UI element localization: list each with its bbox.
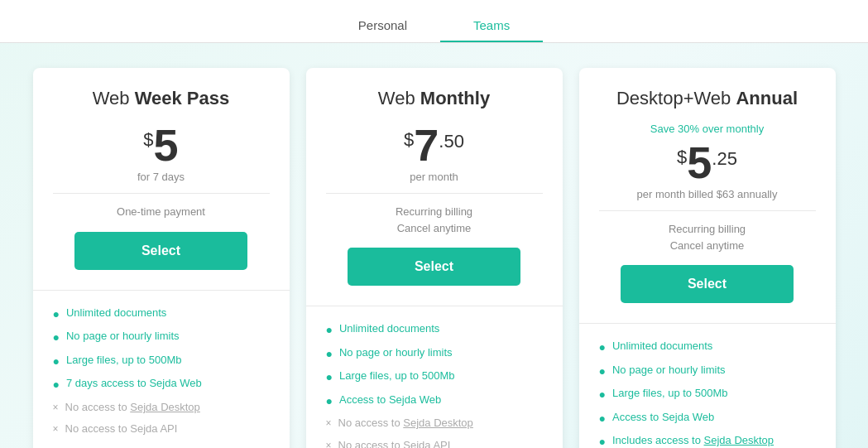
cross-icon: × <box>326 439 332 448</box>
price-decimal: .50 <box>439 131 464 152</box>
feature-text: No page or hourly limits <box>612 363 726 378</box>
check-icon: ● <box>53 354 60 370</box>
check-icon: ● <box>599 364 606 380</box>
payment-info: One-time payment <box>53 204 270 220</box>
feature-item: ●No page or hourly limits <box>53 329 270 346</box>
feature-item: ×No access to Sejda API <box>53 422 270 436</box>
card-top: Web Monthly$7.50per monthRecurring billi… <box>306 68 563 306</box>
check-icon: ● <box>326 346 333 363</box>
price-main: 7 <box>414 123 439 167</box>
feature-text: Includes access to Sejda Desktop <box>612 433 774 448</box>
feature-text: Large files, up to 500Mb <box>66 353 181 368</box>
divider <box>599 210 816 211</box>
price-dollar-sign: $ <box>143 129 153 151</box>
feature-link[interactable]: Sejda Desktop <box>130 401 200 413</box>
feature-text: No access to Sejda Desktop <box>65 400 200 415</box>
feature-item: ●7 days access to Sejda Web <box>53 376 270 393</box>
cross-icon: × <box>53 401 59 415</box>
tabs-container: Personal Teams <box>0 0 868 43</box>
price-dollar-sign: $ <box>404 129 414 151</box>
plan-card-desktop-web-annual: Desktop+Web AnnualSave 30% over monthly$… <box>579 68 836 448</box>
check-icon: ● <box>53 306 60 323</box>
feature-item: ●No page or hourly limits <box>599 363 816 380</box>
plan-card-web-week-pass: Web Week Pass$5for 7 daysOne-time paymen… <box>33 68 290 448</box>
feature-item: ●Unlimited documents <box>599 339 816 356</box>
feature-text: No page or hourly limits <box>66 329 180 344</box>
payment-info: Recurring billing Cancel anytime <box>326 204 543 236</box>
cross-icon: × <box>326 417 332 431</box>
check-icon: ● <box>326 393 333 410</box>
feature-item: ×No access to Sejda API <box>326 438 543 448</box>
feature-item: ×No access to Sejda Desktop <box>326 416 543 431</box>
check-icon: ● <box>53 377 60 393</box>
tab-teams[interactable]: Teams <box>440 10 543 42</box>
plan-title: Web Week Pass <box>53 88 270 109</box>
feature-text: No access to Sejda API <box>338 438 451 448</box>
select-button[interactable]: Select <box>348 248 521 286</box>
feature-item: ●Includes access to Sejda Desktop <box>599 433 816 448</box>
price-block: $5 <box>53 123 270 167</box>
cards-container: Web Week Pass$5for 7 daysOne-time paymen… <box>0 43 868 448</box>
plan-title: Web Monthly <box>326 88 543 109</box>
feature-item: ●Large files, up to 500Mb <box>599 386 816 403</box>
feature-text: Large files, up to 500Mb <box>339 369 454 383</box>
cross-icon: × <box>53 422 59 436</box>
check-icon: ● <box>53 330 60 346</box>
feature-item: ●Access to Sejda Web <box>326 393 543 410</box>
price-main: 5 <box>154 123 179 167</box>
feature-text: Unlimited documents <box>612 339 712 354</box>
card-features: ●Unlimited documents●No page or hourly l… <box>579 323 836 448</box>
check-icon: ● <box>599 387 606 403</box>
feature-item: ●Large files, up to 500Mb <box>53 353 270 370</box>
check-icon: ● <box>599 434 606 448</box>
price-block: $5.25 <box>599 140 816 185</box>
feature-text: 7 days access to Sejda Web <box>66 376 202 391</box>
feature-text: Access to Sejda Web <box>612 410 714 425</box>
feature-item: ●Large files, up to 500Mb <box>326 369 543 386</box>
payment-info: Recurring billing Cancel anytime <box>599 221 816 253</box>
check-icon: ● <box>326 369 333 386</box>
feature-item: ●No page or hourly limits <box>326 345 543 363</box>
price-decimal: .25 <box>712 148 737 170</box>
feature-text: Large files, up to 500Mb <box>612 386 727 401</box>
check-icon: ● <box>599 411 606 427</box>
divider <box>326 193 543 194</box>
feature-item: ●Access to Sejda Web <box>599 410 816 427</box>
feature-link[interactable]: Sejda Desktop <box>403 417 473 429</box>
check-icon: ● <box>599 340 606 356</box>
feature-item: ●Unlimited documents <box>326 321 543 339</box>
feature-text: No access to Sejda API <box>65 422 178 436</box>
card-features: ●Unlimited documents●No page or hourly l… <box>33 290 290 449</box>
select-button[interactable]: Select <box>74 232 248 270</box>
save-badge: Save 30% over monthly <box>599 123 816 135</box>
card-top: Desktop+Web AnnualSave 30% over monthly$… <box>579 68 836 323</box>
feature-item: ●Unlimited documents <box>53 306 270 323</box>
card-top: Web Week Pass$5for 7 daysOne-time paymen… <box>33 68 290 290</box>
price-period: per month <box>326 171 543 183</box>
feature-item: ×No access to Sejda Desktop <box>53 400 270 415</box>
feature-text: Access to Sejda Web <box>339 393 441 407</box>
plan-title: Desktop+Web Annual <box>599 88 816 109</box>
feature-text: No access to Sejda Desktop <box>338 416 473 431</box>
feature-text: No page or hourly limits <box>339 345 453 360</box>
feature-text: Unlimited documents <box>66 306 166 320</box>
price-period: per month billed $63 annually <box>599 188 816 200</box>
select-button[interactable]: Select <box>621 265 794 303</box>
check-icon: ● <box>326 322 333 339</box>
plan-card-web-monthly: Web Monthly$7.50per monthRecurring billi… <box>306 68 563 448</box>
card-features: ●Unlimited documents●No page or hourly l… <box>306 306 563 448</box>
price-period: for 7 days <box>53 171 270 183</box>
tab-personal[interactable]: Personal <box>325 10 440 42</box>
price-dollar-sign: $ <box>677 147 687 168</box>
feature-link[interactable]: Sejda Desktop <box>704 434 774 446</box>
divider <box>53 193 270 194</box>
feature-text: Unlimited documents <box>339 321 439 336</box>
price-main: 5 <box>687 140 712 185</box>
price-block: $7.50 <box>326 123 543 167</box>
